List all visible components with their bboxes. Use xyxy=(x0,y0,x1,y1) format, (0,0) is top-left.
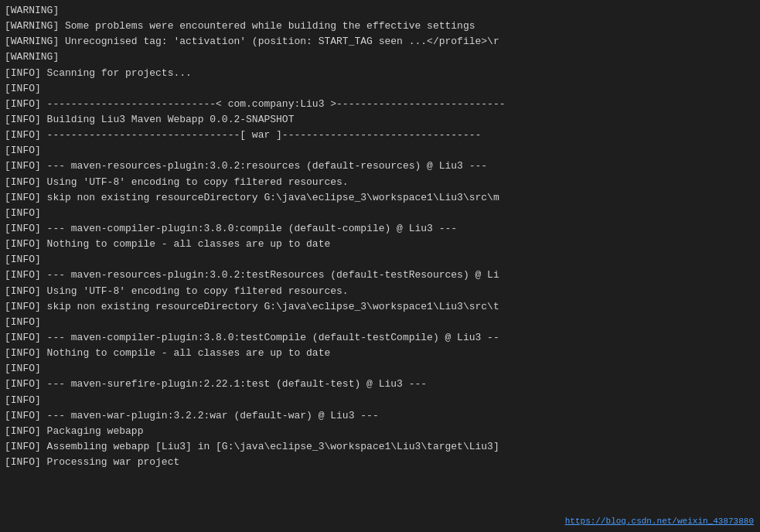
watermark-link: https://blog.csdn.net/weixin_43873880 xyxy=(565,517,754,526)
log-line: [INFO] Nothing to compile - all classes … xyxy=(5,237,755,252)
log-line: [WARNING] xyxy=(5,3,755,19)
log-line: [INFO] --- maven-compiler-plugin:3.8.0:c… xyxy=(5,221,755,237)
log-line: [INFO] xyxy=(5,143,755,159)
log-line: [INFO] xyxy=(5,315,755,330)
log-line: [INFO] skip non existing resourceDirecto… xyxy=(5,299,755,315)
log-line: [INFO] --- maven-compiler-plugin:3.8.0:t… xyxy=(5,330,755,346)
log-line: [INFO] Using 'UTF-8' encoding to copy fi… xyxy=(5,284,755,299)
log-line: [WARNING] xyxy=(5,49,755,65)
log-line: [WARNING] Some problems were encountered… xyxy=(5,19,755,34)
log-line: [INFO] ----------------------------< com… xyxy=(5,97,755,112)
log-line: [INFO] xyxy=(5,361,755,377)
log-line: [INFO] skip non existing resourceDirecto… xyxy=(5,190,755,206)
log-line: [INFO] xyxy=(5,206,755,221)
log-line: [INFO] --- maven-resources-plugin:3.0.2:… xyxy=(5,159,755,174)
log-line: [INFO] Building Liu3 Maven Webapp 0.0.2-… xyxy=(5,112,755,128)
console-output: [WARNING][WARNING] Some problems were en… xyxy=(0,0,760,532)
log-line: [WARNING] Unrecognised tag: 'activation'… xyxy=(5,34,755,49)
log-line: [INFO] Nothing to compile - all classes … xyxy=(5,346,755,361)
log-line: [INFO] Scanning for projects... xyxy=(5,66,755,81)
log-line: [INFO] --------------------------------[… xyxy=(5,128,755,143)
log-line: [INFO] xyxy=(5,252,755,268)
log-line: [INFO] xyxy=(5,81,755,97)
log-line: [INFO] --- maven-war-plugin:3.2.2:war (d… xyxy=(5,408,755,424)
log-line: [INFO] Processing war project xyxy=(5,455,755,470)
log-line: [INFO] Using 'UTF-8' encoding to copy fi… xyxy=(5,175,755,190)
log-line: [INFO] Packaging webapp xyxy=(5,424,755,439)
log-line: [INFO] --- maven-surefire-plugin:2.22.1:… xyxy=(5,377,755,392)
log-line: [INFO] --- maven-resources-plugin:3.0.2:… xyxy=(5,268,755,283)
log-line: [INFO] xyxy=(5,393,755,408)
log-line: [INFO] Assembling webapp [Liu3] in [G:\j… xyxy=(5,439,755,455)
